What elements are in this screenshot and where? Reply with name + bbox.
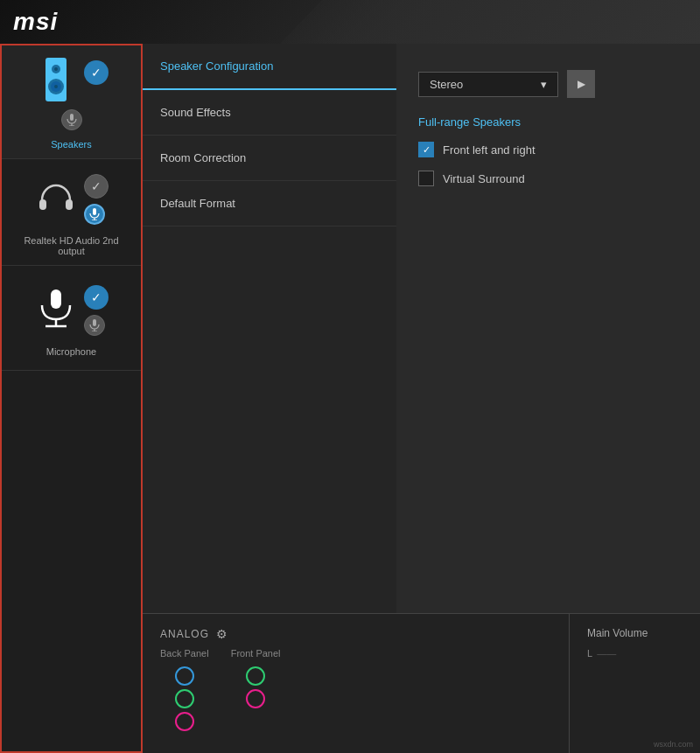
front-panel-dot-1[interactable] [246, 666, 265, 686]
realtek-label: Realtek HD Audio 2nd output [10, 235, 132, 256]
speakers-icons-row: ✓ [35, 59, 108, 101]
tab-speaker-configuration[interactable]: Speaker Configuration [143, 44, 396, 90]
svg-rect-11 [93, 208, 96, 215]
bottom-section: ANALOG ⚙ Back Panel Front Panel Main Vol… [143, 613, 700, 753]
microphone-mic-badge [84, 315, 105, 336]
virtual-surround-row: Virtual Surround [418, 171, 678, 186]
main-volume-label: Main Volume [587, 627, 682, 639]
back-panel-dot-2[interactable] [175, 689, 194, 708]
svg-rect-10 [66, 199, 73, 210]
volume-channel-label: L [587, 648, 592, 659]
stereo-row: Stereo ▾ ▶ [418, 70, 678, 98]
svg-rect-9 [39, 199, 46, 210]
realtek-icons-row: ✓ [35, 172, 108, 225]
svg-point-2 [54, 67, 58, 71]
front-lr-label: Front left and right [443, 143, 536, 157]
panel-columns: Back Panel Front Panel [160, 648, 551, 731]
speakers-check-badge: ✓ [84, 60, 108, 85]
speakers-mic-badge [61, 109, 82, 130]
front-panel-label: Front Panel [231, 648, 281, 659]
analog-title: ANALOG [160, 628, 209, 640]
tab-room-correction[interactable]: Room Correction [143, 136, 396, 181]
stereo-select[interactable]: Stereo ▾ [418, 72, 558, 97]
realtek-mic-badge [84, 204, 105, 225]
chevron-down-icon: ▾ [541, 78, 547, 91]
microphone-icons-row: ✓ [35, 283, 108, 336]
svg-point-5 [54, 85, 58, 88]
sidebar-item-microphone[interactable]: ✓ Microphone [2, 266, 141, 371]
volume-line: —— [597, 648, 616, 659]
virtual-surround-label: Virtual Surround [443, 172, 525, 185]
microphone-label: Microphone [46, 346, 96, 357]
realtek-check-badge: ✓ [84, 174, 108, 199]
front-panel-col: Front Panel [231, 648, 281, 731]
svg-rect-14 [51, 289, 61, 309]
gear-icon[interactable]: ⚙ [216, 627, 228, 641]
app-header: msi [0, 0, 700, 44]
analog-panel: ANALOG ⚙ Back Panel Front Panel [143, 613, 569, 753]
headphone-main-icon [35, 178, 77, 220]
tab-default-format[interactable]: Default Format [143, 181, 396, 227]
speaker-main-icon [35, 59, 77, 101]
stereo-selected-value: Stereo [430, 78, 463, 91]
sidebar-item-realtek[interactable]: ✓ Realtek HD Audio 2nd output [2, 159, 141, 266]
back-panel-col: Back Panel [160, 648, 209, 731]
back-panel-dot-3[interactable] [175, 712, 194, 731]
svg-rect-6 [70, 114, 74, 121]
front-lr-checkbox[interactable] [418, 142, 434, 157]
full-range-label: Full-range Speakers [418, 115, 678, 129]
sidebar-item-speakers[interactable]: ✓ Speakers [2, 45, 141, 159]
msi-logo: msi [13, 8, 58, 36]
front-panel-dot-2[interactable] [246, 689, 265, 708]
device-sidebar: ✓ Speakers [0, 44, 143, 753]
back-panel-label: Back Panel [160, 648, 209, 659]
volume-bar: L —— [587, 648, 682, 659]
virtual-surround-checkbox[interactable] [418, 171, 434, 186]
analog-header: ANALOG ⚙ [160, 627, 551, 641]
watermark: wsxdn.com [654, 740, 693, 749]
speakers-label: Speakers [51, 139, 91, 150]
header-decoration [280, 0, 700, 44]
microphone-check-badge: ✓ [84, 285, 108, 310]
tab-sound-effects[interactable]: Sound Effects [143, 90, 396, 136]
full-range-section: Full-range Speakers Front left and right… [418, 115, 678, 199]
svg-rect-17 [93, 319, 96, 326]
stereo-arrow-button[interactable]: ▶ [567, 70, 595, 98]
main-volume-panel: Main Volume L —— [569, 613, 700, 753]
microphone-main-icon [35, 289, 77, 331]
front-lr-row: Front left and right [418, 142, 678, 157]
back-panel-dot-1[interactable] [175, 666, 194, 686]
